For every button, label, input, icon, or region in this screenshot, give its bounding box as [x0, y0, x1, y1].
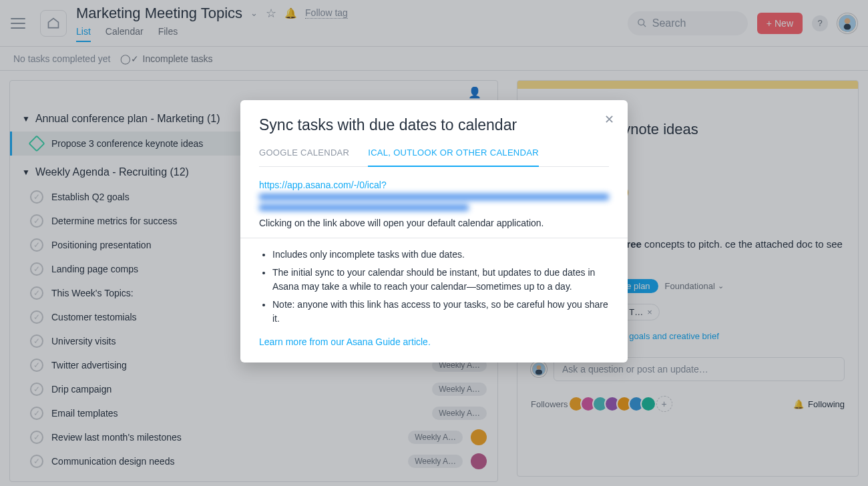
ical-link-block: https://app.asana.com/-/0/ical?	[259, 179, 609, 211]
modal-tabs: GOOGLE CALENDAR ICAL, OUTLOOK OR OTHER C…	[259, 144, 609, 167]
learn-more-link[interactable]: Learn more from our Asana Guide article.	[259, 336, 431, 347]
ical-link[interactable]: https://app.asana.com/-/0/ical?	[259, 180, 387, 190]
modal-bullets: Includes only incomplete tasks with due …	[259, 248, 609, 326]
tab-google-calendar[interactable]: GOOGLE CALENDAR	[259, 144, 349, 166]
modal-help-text: Clicking on the link above will open you…	[259, 218, 609, 228]
modal-title: Sync tasks with due dates to calendar	[259, 116, 609, 134]
tab-ical[interactable]: ICAL, OUTLOOK OR OTHER CALENDAR	[368, 144, 539, 167]
redacted-link	[259, 194, 609, 211]
divider	[240, 238, 628, 238]
modal-scrim[interactable]: ✕ Sync tasks with due dates to calendar …	[0, 0, 868, 486]
sync-calendar-modal: ✕ Sync tasks with due dates to calendar …	[240, 100, 628, 362]
close-icon[interactable]: ✕	[604, 112, 614, 127]
